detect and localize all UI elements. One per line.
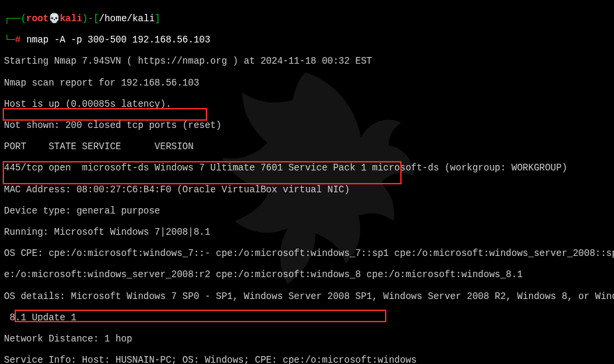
output-line: Service Info: Host: HUSNAIN-PC; OS: Wind… bbox=[4, 355, 610, 364]
output-line: Device type: general purpose bbox=[4, 206, 610, 216]
prompt-cwd: /home/kali bbox=[99, 13, 155, 24]
output-line: Running: Microsoft Windows 7|2008|8.1 bbox=[4, 227, 610, 237]
corner-icon: └─ bbox=[4, 34, 15, 45]
output-line: 8.1 Update 1 bbox=[4, 312, 610, 323]
output-line: 445/tcp open microsoft-ds Windows 7 Ulti… bbox=[4, 162, 610, 173]
output-line: PORT STATE SERVICE VERSION bbox=[4, 141, 610, 152]
paren-close-icon: ) bbox=[82, 13, 88, 24]
output-line: Starting Nmap 7.94SVN ( https://nmap.org… bbox=[4, 56, 610, 66]
prompt-hash: # bbox=[15, 34, 21, 45]
bracket-close-icon: ] bbox=[155, 13, 160, 24]
output-line: OS details: Microsoft Windows 7 SP0 - SP… bbox=[4, 291, 610, 302]
output-line: Host is up (0.00085s latency). bbox=[4, 99, 610, 109]
paren-open-icon: ┌──( bbox=[4, 13, 27, 24]
output-line: e:/o:microsoft:windows_server_2008:r2 cp… bbox=[4, 269, 610, 280]
output-line: Nmap scan report for 192.168.56.103 bbox=[4, 78, 610, 88]
skull-icon: 💀 bbox=[48, 13, 60, 24]
typed-command: nmap -A -p 300-500 192.168.56.103 bbox=[27, 34, 210, 45]
prompt-user: root bbox=[27, 13, 49, 24]
prompt-dash: - bbox=[88, 13, 93, 24]
terminal[interactable]: ┌──(root💀kali)-[/home/kali] └─# nmap -A … bbox=[0, 0, 614, 364]
output-line: Network Distance: 1 hop bbox=[4, 334, 610, 344]
prompt-line: ┌──(root💀kali)-[/home/kali] bbox=[4, 13, 610, 24]
output-line: OS CPE: cpe:/o:microsoft:windows_7::- cp… bbox=[4, 248, 610, 259]
output-line: Not shown: 200 closed tcp ports (reset) bbox=[4, 120, 610, 131]
command-line[interactable]: └─# nmap -A -p 300-500 192.168.56.103 bbox=[4, 34, 610, 45]
prompt-host: kali bbox=[60, 13, 82, 24]
bracket-open-icon: [ bbox=[94, 13, 99, 24]
output-line: MAC Address: 08:00:27:C6:B4:F0 (Oracle V… bbox=[4, 184, 610, 195]
